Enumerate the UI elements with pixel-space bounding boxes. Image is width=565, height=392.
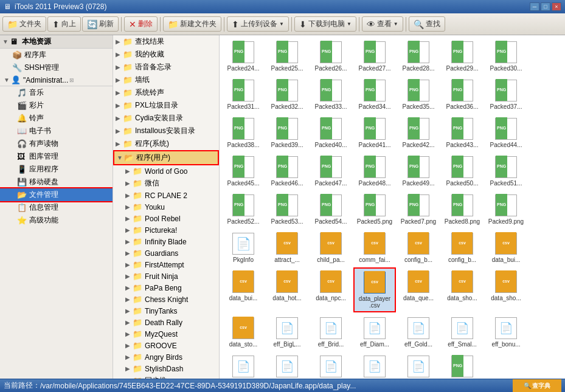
tree-item-userprog[interactable]: ▼ 📂 程序(用户) bbox=[113, 150, 219, 165]
file-data-player[interactable]: a csv data_player.csv bbox=[353, 267, 396, 312]
file-eff-bigl[interactable]: 📄 eff_BigL... bbox=[266, 314, 308, 351]
toolbar-up-btn[interactable]: ⬆ 向上 bbox=[47, 16, 81, 32]
tree-item-guardians[interactable]: ▶ 📁 Guardians bbox=[123, 247, 219, 259]
file-packed24[interactable]: PNG Packed24... bbox=[222, 38, 265, 75]
maximize-button[interactable]: □ bbox=[541, 2, 550, 11]
sidebar-item-apps[interactable]: 📱 应用程序 bbox=[0, 163, 113, 176]
file-packed29[interactable]: PNG Packed29... bbox=[441, 38, 484, 75]
tree-item-wechat[interactable]: ▶ 📁 微信 bbox=[123, 177, 219, 190]
sidebar-item-admin[interactable]: ▼ 👤 "Administrat... ⊠ bbox=[0, 74, 113, 86]
file-data-que[interactable]: acsv data_que... bbox=[397, 267, 440, 312]
file-config-b2[interactable]: acsv config_b... bbox=[441, 229, 484, 266]
file-packed35[interactable]: PNG Packed35... bbox=[397, 76, 440, 113]
sidebar-item-shsh[interactable]: 🔧 SHSH管理 bbox=[0, 61, 113, 74]
file-packed38[interactable]: PNG Packed38... bbox=[222, 114, 265, 151]
file-eff-conf2[interactable]: 📄 eff_conf... bbox=[397, 352, 440, 379]
tree-item-sync[interactable]: ▶ 📁 同步推 bbox=[123, 374, 219, 379]
tree-item-favorites[interactable]: ▶ 📁 我的收藏 bbox=[113, 48, 219, 61]
file-packed34[interactable]: PNG Packed34... bbox=[353, 76, 396, 113]
file-data-sho2[interactable]: acsv data_sho... bbox=[485, 267, 527, 312]
sidebar-item-audiobooks[interactable]: 🎧 有声读物 bbox=[0, 137, 113, 150]
tree-item-stylishdash[interactable]: ▶ 📁 StylishDash bbox=[123, 363, 219, 374]
file-packed28[interactable]: PNG Packed28... bbox=[397, 38, 440, 75]
tree-item-rcplane[interactable]: ▶ 📁 RC PLANE 2 bbox=[123, 190, 219, 201]
window-controls[interactable]: ─ □ × bbox=[530, 2, 561, 11]
tree-item-voice[interactable]: ▶ 📁 语音备忘录 bbox=[113, 61, 219, 74]
file-packed47[interactable]: PNG Packed47... bbox=[310, 153, 352, 190]
sidebar-item-usb[interactable]: 💾 移动硬盘 bbox=[0, 176, 113, 188]
file-packed26[interactable]: PNG Packed26... bbox=[310, 38, 352, 75]
tree-item-angrybirds[interactable]: ▶ 📁 Angry Birds bbox=[123, 351, 219, 363]
file-data-hot[interactable]: acsv data_hot... bbox=[266, 267, 308, 312]
file-packed40[interactable]: PNG Packed40... bbox=[310, 114, 352, 151]
file-packed42[interactable]: PNG Packed42... bbox=[397, 114, 440, 151]
file-eff-brid[interactable]: 📄 eff_Brid... bbox=[310, 314, 352, 351]
tree-item-youku[interactable]: ▶ 📁 Youku bbox=[123, 201, 219, 213]
file-eff-clou1[interactable]: 📄 eff_clou... bbox=[266, 352, 308, 379]
toolbar-folder-btn[interactable]: 📁 文件夹 bbox=[2, 16, 46, 32]
file-packed27[interactable]: PNG Packed27... bbox=[353, 38, 396, 75]
tree-item-sysprog[interactable]: ▶ 📁 程序(系统) bbox=[113, 137, 219, 150]
file-pkginfo[interactable]: 📄 PkgInfo bbox=[222, 229, 265, 266]
file-eff-bonu[interactable]: 📄 eff_bonu... bbox=[485, 314, 527, 351]
tree-item-infinity[interactable]: ▶ 📁 Infinity Blade bbox=[123, 236, 219, 247]
toolbar-search-btn[interactable]: 🔍 查找 bbox=[409, 16, 445, 32]
file-packed8[interactable]: PNG Packed8.png bbox=[441, 191, 484, 228]
file-packed49[interactable]: PNG Packed49... bbox=[397, 153, 440, 190]
file-packed43[interactable]: PNG Packed43... bbox=[441, 114, 484, 151]
sidebar-item-filemanager[interactable]: 📂 文件管理 bbox=[0, 188, 113, 201]
tree-item-tinytanks[interactable]: ▶ 📁 TinyTanks bbox=[123, 305, 219, 317]
file-packed54[interactable]: PNG Packed54... bbox=[310, 191, 352, 228]
file-packed5[interactable]: PNG Packed5.png bbox=[353, 191, 396, 228]
file-eff-fire[interactable]: PNG eff_fire... bbox=[441, 352, 484, 379]
sidebar-item-music[interactable]: 🎵 音乐 bbox=[0, 86, 113, 99]
file-data-bui[interactable]: acsv data_bui... bbox=[485, 229, 527, 266]
toolbar-upload-btn[interactable]: ⬆ 上传到设备 ▼ bbox=[227, 16, 289, 32]
tree-item-find[interactable]: ▶ 📁 查找结果 bbox=[113, 35, 219, 48]
tree-item-papabeng[interactable]: ▶ 📁 PaPa Beng bbox=[123, 282, 219, 294]
file-packed50[interactable]: PNG Packed50... bbox=[441, 153, 484, 190]
file-eff-came[interactable]: 📄 eff_came... bbox=[222, 352, 265, 379]
toolbar-view-btn[interactable]: 👁 查看 ▼ bbox=[362, 16, 403, 32]
tree-item-deathrally[interactable]: ▶ 📁 Death Rally bbox=[123, 317, 219, 328]
close-button[interactable]: × bbox=[552, 2, 561, 11]
toolbar-refresh-btn[interactable]: 🔄 刷新 bbox=[82, 16, 119, 32]
tree-item-fruitninja[interactable]: ▶ 📁 Fruit Ninja bbox=[123, 270, 219, 282]
file-packed46[interactable]: PNG Packed46... bbox=[266, 153, 308, 190]
file-packed36[interactable]: PNG Packed36... bbox=[441, 76, 484, 113]
file-packed30[interactable]: PNG Packed30... bbox=[485, 38, 527, 75]
file-data-sho1[interactable]: acsv data_sho... bbox=[441, 267, 484, 312]
tree-item-poolrebel[interactable]: ▶ 📁 Pool Rebel bbox=[123, 213, 219, 224]
tree-item-sysringtone[interactable]: ▶ 📁 系统铃声 bbox=[113, 86, 219, 99]
file-packed33[interactable]: PNG Packed33... bbox=[310, 76, 352, 113]
minimize-button[interactable]: ─ bbox=[530, 2, 539, 11]
tree-item-worldofgoo[interactable]: ▶ 📁 World of Goo bbox=[123, 165, 219, 177]
file-packed53[interactable]: PNG Packed53... bbox=[266, 191, 308, 228]
file-packed52[interactable]: PNG Packed52... bbox=[222, 191, 265, 228]
file-packed37[interactable]: PNG Packed37... bbox=[485, 76, 527, 113]
sidebar-item-advanced[interactable]: ⭐ 高级功能 bbox=[0, 214, 113, 227]
tree-item-firstattempt[interactable]: ▶ 📁 FirstAttempt bbox=[123, 259, 219, 270]
file-comm-fai[interactable]: acsv comm_fai... bbox=[353, 229, 396, 266]
tree-item-chessknight[interactable]: ▶ 📁 Chess Knight bbox=[123, 294, 219, 305]
file-packed9[interactable]: PNG Packed9.png bbox=[485, 191, 527, 228]
tree-item-installous[interactable]: ▶ 📁 Installous安装目录 bbox=[113, 125, 219, 137]
file-packed45[interactable]: PNG Packed45... bbox=[222, 153, 265, 190]
tree-item-pictureka[interactable]: ▶ 📁 Pictureka! bbox=[123, 224, 219, 236]
tree-item-wallpaper[interactable]: ▶ 📁 墙纸 bbox=[113, 74, 219, 86]
file-packed41[interactable]: PNG Packed41... bbox=[353, 114, 396, 151]
file-packed32[interactable]: PNG Packed32... bbox=[266, 76, 308, 113]
file-packed51[interactable]: PNG Packed51... bbox=[485, 153, 527, 190]
sidebar-item-gallery[interactable]: 🖼 图库管理 bbox=[0, 150, 113, 163]
file-data-bui2[interactable]: acsv data_bui... bbox=[222, 267, 265, 312]
file-packed7[interactable]: PNG Packed7.png bbox=[397, 191, 440, 228]
toolbar-download-btn[interactable]: ⬇ 下载到电脑 ▼ bbox=[294, 16, 356, 32]
file-packed39[interactable]: PNG Packed39... bbox=[266, 114, 308, 151]
file-eff-conf1[interactable]: 📄 eff_conf... bbox=[353, 352, 396, 379]
file-packed44[interactable]: PNG Packed44... bbox=[485, 114, 527, 151]
sidebar-item-info[interactable]: 📋 信息管理 bbox=[0, 201, 113, 214]
sidebar-item-ringtones[interactable]: 🔔 铃声 bbox=[0, 112, 113, 125]
tree-item-myzquest[interactable]: ▶ 📁 MyzQuest bbox=[123, 328, 219, 340]
sidebar-local-resources[interactable]: ▼ 🖥 本地资源 bbox=[0, 35, 113, 49]
file-eff-clou2[interactable]: 📄 eff_clou... bbox=[310, 352, 352, 379]
